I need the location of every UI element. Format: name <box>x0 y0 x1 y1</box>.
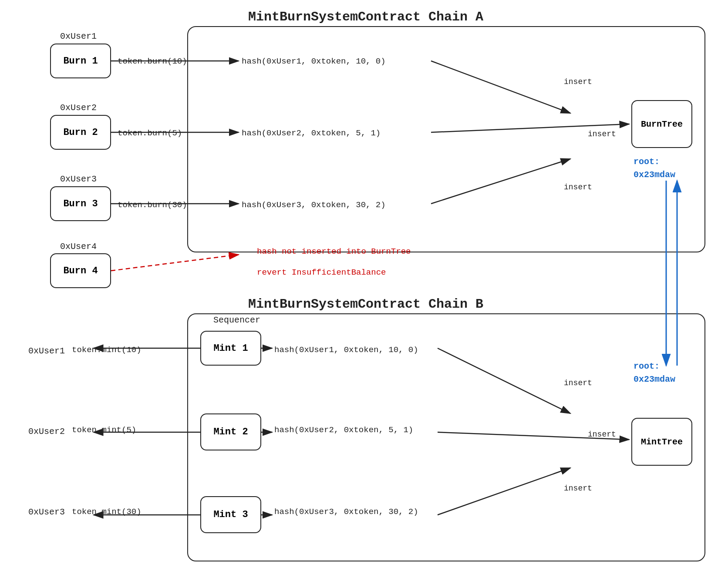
burn1-box: Burn 1 <box>50 44 111 78</box>
burn3-user: 0xUser3 <box>60 174 97 184</box>
burn2-box: Burn 2 <box>50 115 111 150</box>
insert-b-1: insert <box>588 430 616 439</box>
diagram: MintBurnSystemContract Chain A 0xUser1 B… <box>0 0 728 588</box>
hash-b-2: hash(0xUser3, 0xtoken, 30, 2) <box>274 507 418 517</box>
mint2-user: 0xUser2 <box>28 427 65 437</box>
chain-b-title: MintBurnSystemContract Chain B <box>248 297 483 312</box>
chain-a-title: MintBurnSystemContract Chain A <box>248 10 483 24</box>
burn4-user: 0xUser4 <box>60 242 97 252</box>
error-revert-label: revert InsufficientBalance <box>257 268 386 277</box>
insert-a-1: insert <box>588 130 616 138</box>
insert-b-0: insert <box>564 379 592 387</box>
mint2-box: Mint 2 <box>200 413 261 450</box>
burn2-user: 0xUser2 <box>60 103 97 113</box>
root-b-label: root: <box>634 361 660 371</box>
hash-a-0: hash(0xUser1, 0xtoken, 10, 0) <box>242 57 386 66</box>
error-hash-label: hash not inserted into BurnTree <box>257 247 411 256</box>
burn3-box: Burn 3 <box>50 186 111 221</box>
mint1-box: Mint 1 <box>200 331 261 366</box>
chain-b-container <box>187 313 705 561</box>
mint1-user: 0xUser1 <box>28 346 65 356</box>
root-b-value: 0x23mdaw <box>634 374 675 384</box>
sequencer-label: Sequencer <box>213 315 260 325</box>
burn4-box: Burn 4 <box>50 253 111 288</box>
mint-tree-box: MintTree <box>631 418 692 466</box>
mint3-box: Mint 3 <box>200 496 261 533</box>
burn-tree-box: BurnTree <box>631 100 692 148</box>
burn1-user: 0xUser1 <box>60 31 97 41</box>
svg-line-10 <box>111 255 239 271</box>
burn2-call: token.burn(5) <box>118 128 182 138</box>
insert-b-2: insert <box>564 484 592 493</box>
root-a-value: 0x23mdaw <box>634 170 675 180</box>
hash-a-2: hash(0xUser3, 0xtoken, 30, 2) <box>242 200 386 210</box>
hash-b-1: hash(0xUser2, 0xtoken, 5, 1) <box>274 425 413 435</box>
hash-b-0: hash(0xUser1, 0xtoken, 10, 0) <box>274 345 418 355</box>
burn1-call: token.burn(10) <box>118 57 187 66</box>
hash-a-1: hash(0xUser2, 0xtoken, 5, 1) <box>242 128 381 138</box>
mint3-user: 0xUser3 <box>28 507 65 517</box>
root-a-label: root: <box>634 157 660 167</box>
burn3-call: token.burn(30) <box>118 200 187 210</box>
insert-a-2: insert <box>564 183 592 192</box>
mint3-call: token.mint(30) <box>72 507 142 517</box>
mint2-call: token.mint(5) <box>72 425 136 435</box>
mint1-call: token.mint(10) <box>72 345 142 355</box>
insert-a-0: insert <box>564 77 592 86</box>
